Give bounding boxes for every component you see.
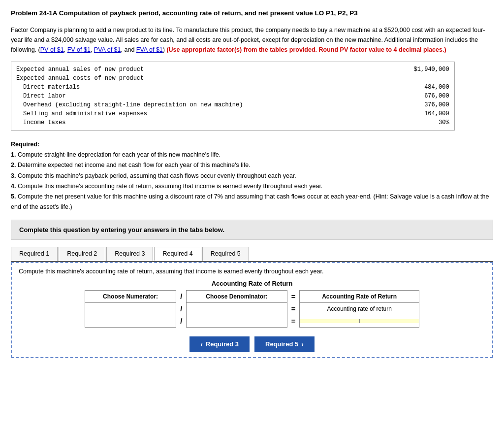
- req-item-3: 3. Compute this machine's payback period…: [11, 172, 296, 179]
- numerator-input[interactable]: [85, 302, 176, 315]
- comma1: ,: [64, 46, 67, 53]
- row-value: 376,000: [383, 100, 454, 109]
- equals-cell2: =: [287, 302, 300, 315]
- pv1-link[interactable]: PV of $1: [40, 46, 64, 53]
- tab-description: Compute this machine's accounting rate o…: [19, 268, 485, 275]
- table-row: Expected annual costs of new product: [11, 74, 455, 83]
- fv1-link[interactable]: FV of $1: [67, 46, 91, 53]
- arr-result-value2[interactable]: [360, 319, 419, 323]
- back-arrow-icon: ‹: [200, 340, 203, 348]
- col3-header: Accounting Rate of Return: [300, 290, 419, 302]
- arr-title: Accounting Rate of Return: [85, 280, 419, 287]
- forward-arrow-icon: ›: [301, 340, 304, 348]
- tab-required2[interactable]: Required 2: [59, 247, 105, 261]
- row-value: 30%: [383, 118, 454, 131]
- back-button-label: Required 3: [206, 340, 239, 348]
- table-row: Direct materials 484,000: [11, 83, 455, 92]
- req-item-2: 2. Determine expected net income and net…: [11, 162, 251, 168]
- row-value: 676,000: [383, 92, 454, 100]
- row-label: Direct materials: [11, 83, 383, 92]
- row-label: Selling and administrative expenses: [11, 109, 383, 118]
- fva1-link[interactable]: FVA of $1: [136, 46, 163, 53]
- equals-header: =: [287, 290, 300, 302]
- req-item-1: 1. Compute straight-line depreciation fo…: [11, 151, 220, 158]
- req-item-5: 5. Compute the net present value for thi…: [11, 193, 489, 210]
- req-item-4: 4. Compute this machine's accounting rat…: [11, 183, 322, 190]
- row-value: 164,000: [383, 109, 454, 118]
- intro-paragraph: Factor Company is planning to add a new …: [11, 25, 493, 55]
- bold-instruction: (Use appropriate factor(s) from the tabl…: [166, 46, 446, 53]
- row-label: Overhead (excluding straight-line deprec…: [11, 100, 383, 109]
- table-row: Overhead (excluding straight-line deprec…: [11, 100, 455, 109]
- forward-button-label: Required 5: [265, 340, 298, 348]
- tab-required4[interactable]: Required 4: [154, 247, 201, 261]
- data-table: Expected annual sales of new product $1,…: [11, 62, 455, 131]
- slash-cell3: /: [176, 315, 187, 327]
- row-label: Expected annual costs of new product: [11, 74, 383, 83]
- table-row: Selling and administrative expenses 164,…: [11, 109, 455, 118]
- tab-required1[interactable]: Required 1: [11, 247, 58, 261]
- denominator-value-input[interactable]: [187, 315, 287, 327]
- denominator-input[interactable]: [187, 302, 287, 315]
- tab-required5[interactable]: Required 5: [202, 247, 249, 261]
- nav-buttons: ‹ Required 3 Required 5 ›: [19, 336, 485, 352]
- arr-section: Accounting Rate of Return Choose Numerat…: [19, 280, 485, 328]
- arr-result-label: Accounting rate of return: [300, 302, 419, 315]
- row-value: $1,940,000: [383, 62, 454, 74]
- equals-cell3: =: [287, 315, 300, 327]
- numerator-value-input[interactable]: [85, 315, 176, 327]
- arr-row3: / =: [85, 315, 419, 327]
- tab-required3[interactable]: Required 3: [106, 247, 153, 261]
- row-label: Direct labor: [11, 92, 383, 100]
- pva1-link[interactable]: PVA of $1: [94, 46, 121, 53]
- row-value: [383, 74, 454, 83]
- table-row: Direct labor 676,000: [11, 92, 455, 100]
- complete-box: Complete this question by entering your …: [11, 220, 493, 240]
- required-title: Required:: [11, 141, 39, 148]
- arr-row2: / = Accounting rate of return: [85, 302, 419, 315]
- col1-header: Choose Numerator:: [85, 290, 176, 302]
- comma3: , and: [121, 46, 136, 53]
- problem-title: Problem 24-1A Computation of payback per…: [11, 9, 493, 18]
- row-value: 484,000: [383, 83, 454, 92]
- table-row: Income taxes 30%: [11, 118, 455, 131]
- comma2: ,: [91, 46, 94, 53]
- arr-result-value1[interactable]: [300, 319, 359, 323]
- row-label: Income taxes: [11, 118, 383, 131]
- row-label: Expected annual sales of new product: [11, 62, 383, 74]
- slash-header: /: [176, 290, 187, 302]
- forward-button[interactable]: Required 5 ›: [254, 336, 315, 352]
- tabs-container: Required 1 Required 2 Required 3 Require…: [11, 247, 493, 262]
- slash-cell2: /: [176, 302, 187, 315]
- col2-header: Choose Denominator:: [187, 290, 287, 302]
- arr-result-cells: [300, 315, 419, 327]
- required-section: Required: 1. Compute straight-line depre…: [11, 139, 493, 213]
- back-button[interactable]: ‹ Required 3: [189, 336, 250, 352]
- tab-content-area: Compute this machine's accounting rate o…: [11, 262, 493, 358]
- table-row: Expected annual sales of new product $1,…: [11, 62, 455, 74]
- arr-table: Choose Numerator: / Choose Denominator: …: [85, 290, 419, 328]
